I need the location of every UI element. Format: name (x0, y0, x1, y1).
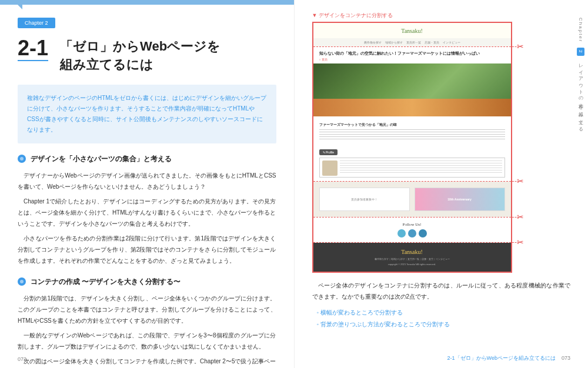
scissors-icon: ✂ (517, 42, 524, 51)
section-title-line1: 「ゼロ」からWebページを (60, 39, 220, 53)
mock-promo-card: 直売参加者募集中！ (319, 188, 410, 211)
mock-avatar (322, 160, 338, 176)
p1c: 小さなパーツを作るための分割作業は2段階に分けて行います。第1段階ではデザインを… (18, 235, 276, 264)
right-p1: ページ全体のデザインをコンテナに分割するのは、ルールに従って、ある程度機械的な作… (312, 282, 571, 300)
mock-text-lines (319, 129, 505, 141)
chapter-badge: Chapter 2 (18, 18, 55, 28)
paragraph: デザイナーからWebページのデザイン画像が送られてきました。その画像をもとにHT… (18, 170, 276, 192)
bullet-item: 背景の塗りつぶし方法が変わるところで分割する (317, 319, 571, 330)
side-chapter-label: Chapter (578, 18, 583, 42)
mock-nav-item: インタビュー (443, 41, 460, 44)
mock-text-lines (340, 160, 502, 175)
mock-hero-title: 知らない街の「地元」の空気に触れたい！ファーマーズマーケットには情報がいっぱい (319, 51, 505, 56)
mock-footer-links: 農作物を探す｜地域から探す｜直売所一覧｜店舗・直売｜インタビュー (319, 257, 505, 260)
section-number: 2-1 (18, 38, 48, 61)
paragraph: 小さなパーツを作るための分割作業は2段階に分けて行います。第1段階ではデザインを… (18, 233, 276, 266)
p2c: 次の図はページ全体を大きく分割してコンテナを作成した例です。Chapter 2〜… (18, 358, 276, 368)
page-number-right: 2-1「ゼロ」からWebページを組み立てるには 073 (447, 354, 570, 362)
page-right-num: 073 (562, 355, 570, 361)
side-section-label: レイアウトの大枠を組み立てる (578, 61, 583, 130)
p2a: 分割の第1段階では、デザインを大きく分割し、ページ全体をいくつかのグループに分け… (18, 295, 276, 324)
mock-main-container: 知らない街の「地元」の空気に触れたい！ファーマーズマーケットには情報がいっぱい … (313, 47, 511, 182)
bullet-icon (18, 277, 26, 286)
scissors-icon: ✂ (517, 176, 524, 186)
scissors-icon: ✂ (517, 212, 524, 222)
paragraph: 分割の第1段階では、デザインを大きく分割し、ページ全体をいくつかのグループに分け… (18, 293, 276, 326)
mock-footer-logo: Tansaku! (319, 249, 505, 255)
subheading-2-text: コンテナの作成 〜デザインを大きく分割する〜 (31, 277, 181, 287)
subheading-1-text: デザインを「小さなパーツの集合」と考える (31, 154, 172, 164)
page-right: Chapter 2 レイアウトの大枠を組み立てる デザインをコンテナに分割する … (295, 0, 589, 368)
mock-logo: Tansaku! (313, 23, 511, 38)
scissors-icon: ✂ (517, 237, 524, 247)
paragraph: 一般的なデザインのWebページであれば、この段階で、デザインを3〜8個程度のグル… (18, 330, 276, 352)
mock-website-figure: Tansaku! 農作物を探す 地域から探す 直売所一覧 店舗・直売 インタビュ… (312, 22, 512, 273)
section-title-line2: 組み立てるには (60, 57, 153, 72)
mock-promo-card: 10th Anniversary (415, 188, 505, 211)
side-tab: Chapter 2 レイアウトの大枠を組み立てる (577, 18, 584, 130)
mock-nav-item: 地域から探す (385, 41, 403, 44)
paragraph: Chapter 1で紹介したとおり、デザインにはコーディングするための見方があり… (18, 196, 276, 229)
mock-footer-container: Tansaku! 農作物を探す｜地域から探す｜直売所一覧｜店舗・直売｜インタビュ… (313, 243, 511, 272)
mock-hero-image (313, 63, 511, 116)
mock-nav-item: 直売所一覧 (406, 41, 421, 44)
mock-header-container: Tansaku! 農作物を探す 地域から探す 直売所一覧 店舗・直売 インタビュ… (313, 23, 511, 47)
section-title: 「ゼロ」からWebページを 組み立てるには (60, 38, 220, 74)
mock-follow-title: Follow Us! (318, 222, 506, 227)
mock-promo-container: 直売参加者募集中！ 10th Anniversary ✂ (313, 182, 511, 218)
subheading-2: コンテナの作成 〜デザインを大きく分割する〜 (18, 277, 276, 287)
bullet-item: 横幅が変わるところで分割する (317, 307, 571, 319)
intro-box: 複雑なデザインのページのHTMLをゼロから書くには、はじめにデザインを細かいグル… (18, 85, 276, 143)
mock-nav-item: 店舗・直売 (425, 41, 439, 44)
page-number-left: 072 (18, 356, 26, 362)
p1b: Chapter 1で紹介したとおり、デザインにはコーディングするための見方があり… (18, 198, 276, 227)
p1a: デザイナーからWebページのデザイン画像が送られてきました。その画像をもとにHT… (18, 172, 276, 190)
p2b: 一般的なデザインのWebページであれば、この段階で、デザインを3〜8個程度のグル… (18, 332, 276, 350)
mock-profile-badge: ✎ Profile (319, 149, 338, 155)
bullet-icon (18, 155, 26, 163)
paragraph: 次の図はページ全体を大きく分割してコンテナを作成した例です。Chapter 2〜… (18, 356, 276, 368)
page-left: Chapter 2 2-1 「ゼロ」からWebページを 組み立てるには 複雑なデ… (0, 0, 295, 368)
paragraph: ページ全体のデザインをコンテナに分割するのは、ルールに従って、ある程度機械的な作… (312, 280, 571, 302)
mock-footer-copy: copyright © 2021 Tansaku! All rights res… (319, 263, 505, 266)
side-chapter-num: 2 (577, 48, 584, 56)
bullet-list: 横幅が変わるところで分割する 背景の塗りつぶし方法が変わるところで分割する (317, 307, 571, 330)
figure-caption: デザインをコンテナに分割する (312, 12, 571, 19)
mock-profile-box (319, 158, 505, 178)
mock-nav: 農作物を探す 地域から探す 直売所一覧 店舗・直売 インタビュー (313, 38, 511, 46)
mock-follow-container: Follow Us! ✂ (313, 218, 511, 243)
subheading-1: デザインを「小さなパーツの集合」と考える (18, 154, 276, 164)
mock-nav-item: 農作物を探す (364, 41, 382, 44)
mock-hero-sub: ○ 直売 (319, 58, 505, 61)
top-ribbon-decor (0, 0, 294, 5)
page-right-section: 2-1「ゼロ」からWebページを組み立てるには (447, 355, 556, 361)
mock-social-icons (318, 229, 506, 237)
mock-article-heading: ファーマーズマーケットで見つかる「地元」の味 (319, 122, 505, 128)
